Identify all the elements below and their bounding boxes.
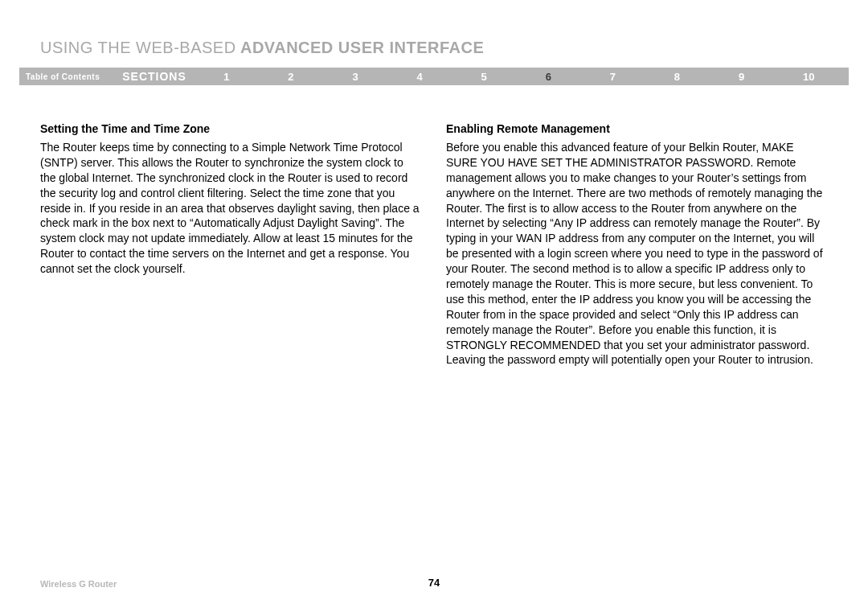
section-link-4[interactable]: 4 (416, 71, 422, 83)
left-heading: Setting the Time and Time Zone (40, 122, 422, 135)
sections-label: SECTIONS (122, 70, 186, 83)
footer-page-number: 74 (0, 577, 868, 589)
page-title-prefix: USING THE WEB-BASED (40, 39, 236, 56)
section-link-3[interactable]: 3 (352, 71, 358, 83)
section-link-5[interactable]: 5 (481, 71, 487, 83)
section-link-7[interactable]: 7 (610, 71, 616, 83)
page-title-suffix: ADVANCED USER INTERFACE (236, 39, 485, 56)
left-body: The Router keeps time by connecting to a… (40, 140, 422, 277)
left-column: Setting the Time and Time Zone The Route… (40, 122, 422, 368)
section-link-1[interactable]: 1 (223, 71, 229, 83)
section-link-6[interactable]: 6 (546, 71, 551, 83)
content-area: Setting the Time and Time Zone The Route… (40, 122, 828, 368)
section-link-9[interactable]: 9 (739, 71, 744, 83)
page-title: USING THE WEB-BASED ADVANCED USER INTERF… (40, 39, 484, 57)
section-nav: Table of Contents SECTIONS 1 2 3 4 5 6 7… (19, 68, 849, 85)
toc-link[interactable]: Table of Contents (26, 72, 100, 81)
section-link-2[interactable]: 2 (288, 71, 293, 83)
section-numbers: 1 2 3 4 5 6 7 8 9 10 (194, 71, 844, 83)
section-link-10[interactable]: 10 (803, 71, 814, 83)
section-link-8[interactable]: 8 (674, 71, 680, 83)
right-body: Before you enable this advanced feature … (446, 140, 828, 368)
right-heading: Enabling Remote Management (446, 122, 828, 135)
right-column: Enabling Remote Management Before you en… (446, 122, 828, 368)
